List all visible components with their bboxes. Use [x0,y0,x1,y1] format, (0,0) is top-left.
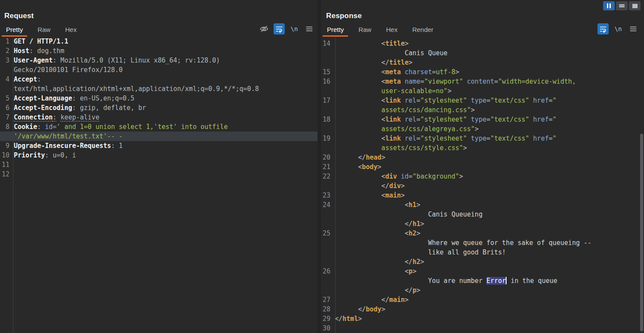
response-panel: Response PrettyRawHexRender \n [321,0,644,333]
tab-hex[interactable]: Hex [61,25,81,37]
code-row[interactable]: 16 <meta name="viewport" content="width=… [321,77,644,86]
code-row[interactable]: Canis Queue [321,48,644,58]
code-row[interactable]: 2Host: dog.thm [0,46,317,56]
code-row[interactable]: 8Cookie: id=' and 1=0 union select 1,'te… [0,122,317,132]
code-row[interactable]: Canis Queueing [321,210,644,219]
code-segment: < [335,201,409,209]
code-row[interactable]: user-scalable=no"> [321,86,644,96]
code-row[interactable]: assets/css/dancing.css"> [321,105,644,115]
code-row[interactable]: 22 <div id="background"> [321,172,644,181]
code-row[interactable]: '/var/www/html/test.txt'-- - [0,132,317,141]
line-number: 14 [321,39,332,48]
tab-render[interactable]: Render [408,25,438,37]
code-row[interactable]: 6Accept-Encoding: gzip, deflate, br [0,103,317,113]
code-row[interactable]: 15 <meta charset=utf-8> [321,67,644,77]
code-segment: = [417,97,420,104]
code-row[interactable]: 20 </head> [321,153,644,162]
code-row[interactable]: 5Accept-Language: en-US,en;q=0.5 [0,94,317,103]
code-segment: id= [41,123,56,131]
response-menu-button[interactable] [628,23,639,35]
code-row[interactable]: assets/css/alegreya.css"> [321,124,644,134]
response-editor[interactable]: 13 <head>14 <title> Canis Queue </title>… [321,37,644,333]
request-editor[interactable]: 1GET / HTTP/1.12Host: dog.thm3User-Agent… [0,37,317,333]
code-segment: < [335,163,362,171]
wrap-text-button[interactable] [597,23,609,35]
request-menu-button[interactable] [304,23,315,35]
code-row[interactable]: assets/css/style.css"> [321,143,644,153]
code-row[interactable]: 21 <body> [321,162,644,172]
code-row[interactable]: 23 <main> [321,191,644,200]
code-row[interactable]: Gecko/20100101 Firefox/128.0 [0,65,317,75]
code-row[interactable]: 24 <h1> [321,200,644,210]
code-row[interactable]: </h1> [321,219,644,229]
menu-icon [629,25,638,33]
code-segment: You are number [335,277,486,285]
code-segment: id [397,173,409,180]
response-scrollbar-thumb[interactable] [640,134,643,331]
code-segment: < [335,173,385,180]
code-row[interactable]: 30 [321,324,644,333]
code-row[interactable]: 25 <h2> [321,229,644,238]
code-row[interactable]: </div> [321,181,644,191]
code-row[interactable]: 26 <p> [321,267,644,276]
code-row[interactable]: 29</html> [321,314,644,324]
code-segment: rel [401,97,417,104]
tab-raw[interactable]: Raw [33,25,55,37]
line-number: 3 [0,56,11,65]
newline-toggle-button[interactable]: \n [613,23,624,35]
code-row[interactable]: 7Connection: keep-alive [0,113,317,122]
code-row[interactable]: 12 [0,170,317,179]
newline-toggle-button[interactable]: \n [289,23,300,35]
tab-raw[interactable]: Raw [354,25,376,37]
code-segment: Canis Queue [335,49,448,57]
code-row[interactable]: 17 <link rel="stylesheet" type="text/css… [321,96,644,105]
code-row[interactable]: 9Upgrade-Insecure-Requests: 1 [0,141,317,151]
wrap-text-button[interactable] [274,23,285,35]
code-segment: > [413,267,417,275]
code-row[interactable]: </title> [321,58,644,67]
hide-content-button[interactable] [258,23,270,35]
code-row[interactable]: 1GET / HTTP/1.1 [0,37,317,46]
pause-columns-icon [607,3,611,8]
panel-divider[interactable] [317,0,321,333]
code-segment: "text/css" [490,116,529,123]
code-row[interactable]: You are number Error in the queue [321,276,644,286]
code-line: Accept-Language: en-US,en;q=0.5 [11,94,317,103]
code-row[interactable]: 27 </main> [321,295,644,305]
code-segment: = [432,68,436,76]
code-row[interactable]: 3User-Agent: Mozilla/5.0 (X11; Linux x86… [0,56,317,65]
code-row[interactable]: 10Priority: u=0, i [0,151,317,160]
code-row[interactable]: 18 <link rel="stylesheet" type="text/css… [321,115,644,124]
code-row[interactable]: like all good Brits! [321,248,644,257]
code-line: </title> [332,58,644,67]
code-line: </h1> [332,219,644,229]
code-row[interactable]: 14 <title> [321,39,644,48]
layout-single-button[interactable] [629,1,641,10]
line-number: 2 [0,46,11,56]
tab-pretty[interactable]: Pretty [2,25,27,37]
code-row[interactable]: </h2> [321,257,644,267]
code-row[interactable]: 19 <link rel="stylesheet" type="text/css… [321,134,644,143]
code-row[interactable]: 4Accept: [0,75,317,84]
line-number [321,105,332,115]
code-row[interactable]: 11 [0,160,317,170]
line-number [321,58,332,67]
code-line: assets/css/style.css"> [332,143,644,153]
code-line: <p> [332,267,644,276]
newline-icon: \n [291,25,298,32]
code-row[interactable]: text/html,application/xhtml+xml,applicat… [0,84,317,94]
code-row[interactable]: 28 </body> [321,305,644,314]
line-number [321,238,332,248]
tab-pretty[interactable]: Pretty [323,25,348,37]
code-segment: div [385,173,397,180]
code-segment: : u=0, i [45,151,76,159]
tab-hex[interactable]: Hex [382,25,402,37]
code-segment: : dog.thm [29,47,64,55]
code-row[interactable]: Where we queue for the sake of queueing … [321,238,644,248]
code-segment: : [53,113,56,121]
layout-columns-button[interactable] [603,1,615,10]
layout-rows-button[interactable] [616,1,628,10]
code-row[interactable]: </p> [321,286,644,295]
code-segment: head [366,154,381,161]
code-segment: html [342,315,358,323]
